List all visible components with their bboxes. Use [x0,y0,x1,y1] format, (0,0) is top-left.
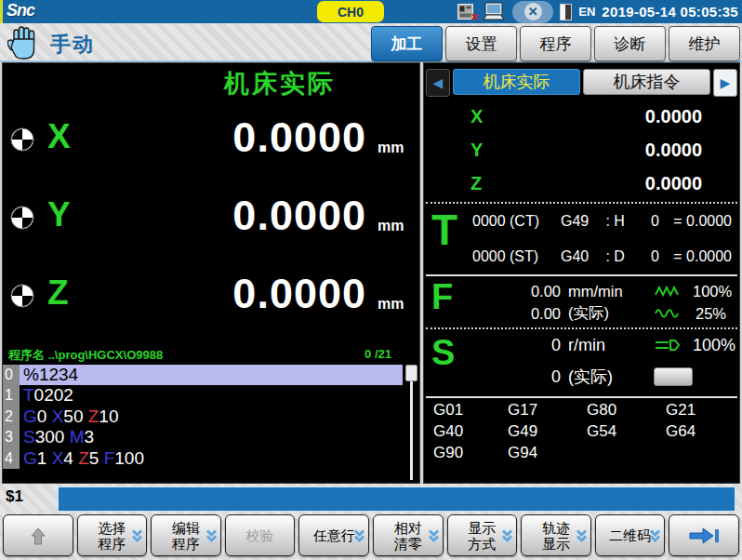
scrollbar-thumb[interactable] [405,365,417,381]
spindle-override-percent: 100% [693,336,735,355]
status-icons: ✕ ✕ EN 2019-05-14 05:05:35 [457,0,738,23]
hnc-logo: Snc [7,1,34,20]
line-code: S300 M3 [20,427,403,447]
softkey-label: 任意行 [313,527,355,543]
spindle-load-widget [654,367,693,386]
mdi-command-field[interactable] [58,487,735,512]
spindle-override-icon [654,338,693,353]
axis-crosshair-icon [10,284,34,312]
up-arrow-button[interactable] [3,514,73,556]
program-line[interactable]: 1T0202 [3,385,403,406]
mini-axis-row: Y 0.0000 [424,136,739,166]
modal-gcode: G40 [433,422,508,441]
program-line[interactable]: 3S300 M3 [3,427,403,447]
axis-unit: mm [378,296,404,313]
spindle-section-letter: S [431,333,455,373]
next-arrow-icon [686,526,722,546]
mini-axis-value: 0.0000 [645,173,702,194]
program-line[interactable]: 2G0 X50 Z10 [3,407,403,427]
softkey-button[interactable]: 轨迹显示 [521,514,591,556]
program-line-counter: 0 /21 [364,347,391,361]
axis-value: 0.0000 [232,270,366,318]
axis-unit: mm [378,218,404,234]
program-scrollbar[interactable] [405,365,417,480]
axis-row: X 0.0000 mm [3,110,419,169]
softkey-button[interactable]: 选择程序 [77,514,148,556]
softkey-button[interactable]: 二维码 [595,514,666,556]
line-number: 4 [3,448,20,469]
laptop-icon [481,2,506,21]
datetime-display: 2019-05-14 05:05:35 [602,4,738,20]
line-code: G1 X4 Z5 F100 [20,448,403,469]
axis-letter: Y [47,195,71,234]
chevron-down-icon [428,528,440,542]
chevron-down-icon [576,528,588,542]
softkey-button[interactable]: 任意行 [298,514,369,556]
scrollbar-track[interactable] [410,365,413,480]
softkey-label: 显示方式 [468,520,496,552]
axis-unit: mm [378,140,404,156]
close-button[interactable]: ✕ [512,1,553,23]
softkey-label: 二维码 [609,527,651,543]
top-status-bar: Snc CH0 ✕ ✕ EN 2019-05-14 05:05:35 [0,0,742,23]
softkey-button[interactable]: 相对清零 [373,514,444,556]
position-panel: 机床实际 X 0.0000 mm Y 0.0000 mm [2,62,420,484]
softkey-label: 相对清零 [394,520,422,552]
spindle-row: 0 r/min 100% [472,331,726,359]
program-line[interactable]: 0%1234 [3,365,403,385]
tab-machine-command[interactable]: 机床指令 [583,69,710,95]
program-path: ..\prog\HGCX\O9988 [48,348,164,362]
close-icon: ✕ [524,3,542,20]
main-tab[interactable]: 设置 [445,26,517,61]
modal-gcode: G49 [508,422,587,441]
disconnected-x-icon: ✕ [470,11,479,23]
jog-override-percent: 25% [696,305,726,323]
tab-scroll-right-button[interactable]: ▶ [713,69,737,97]
spindle-row: 0 (实际) [472,363,726,391]
next-arrow-button[interactable] [669,514,739,556]
chevron-down-icon [501,528,513,542]
axis-letter: X [47,117,71,156]
tool-offset-selector: : H [605,213,650,230]
mini-axis-value: 0.0000 [645,106,702,127]
line-code: %1234 [20,365,403,385]
modal-gcode: G54 [587,422,666,441]
program-name-label: 程序名 [8,348,45,362]
chevron-down-icon [205,528,218,542]
axis-value: 0.0000 [232,113,366,162]
edge-indicator-strip [0,0,3,23]
axis-row: Y 0.0000 mm [3,188,419,247]
softkey-button[interactable]: 校验 [225,514,296,556]
softkey-label: 选择程序 [98,520,126,552]
main-tab[interactable]: 程序 [520,26,591,61]
feed-section-letter: F [431,277,453,317]
axis-display: X 0.0000 mm Y 0.0000 mm Z 0.0000 [3,63,419,342]
tool-offset-index: 0 [651,248,659,265]
modal-gcode: G94 [508,444,587,462]
feed-unit: mm/min [568,283,654,300]
header-bar: 手动 加工设置程序诊断维护 [0,23,742,62]
spindle-unit: r/min [568,336,654,355]
softkey-label: 校验 [246,527,274,543]
mini-axis-row: X 0.0000 [424,102,739,132]
chevron-down-icon [131,528,143,542]
modal-gcode: G01 [433,401,508,420]
spindle-value: 0 [472,336,561,355]
tab-scroll-left-button[interactable]: ◀ [426,69,450,97]
tool-offset-value: = 0.0000 [659,213,732,230]
softkey-button[interactable]: 显示方式 [447,514,518,556]
tab-machine-actual[interactable]: 机床实际 [453,69,580,95]
main-tab[interactable]: 诊断 [594,26,666,61]
softkey-bar: 选择程序编辑程序校验任意行相对清零显示方式轨迹显示二维码 [0,513,742,560]
main-tab[interactable]: 维护 [669,26,740,61]
main-tab[interactable]: 加工 [371,26,443,61]
program-line[interactable]: 4G1 X4 Z5 F100 [3,448,403,469]
softkey-button[interactable]: 编辑程序 [151,514,221,556]
chevron-down-icon [649,528,661,542]
section-divider [426,327,737,329]
axis-crosshair-icon [10,206,34,233]
channel-label: $1 [6,487,23,506]
feed-row: 0.00 (实际) 25% [472,302,726,325]
feed-row: 0.00 mm/min 100% [472,280,726,302]
chevron-right-icon: ▶ [721,75,731,90]
